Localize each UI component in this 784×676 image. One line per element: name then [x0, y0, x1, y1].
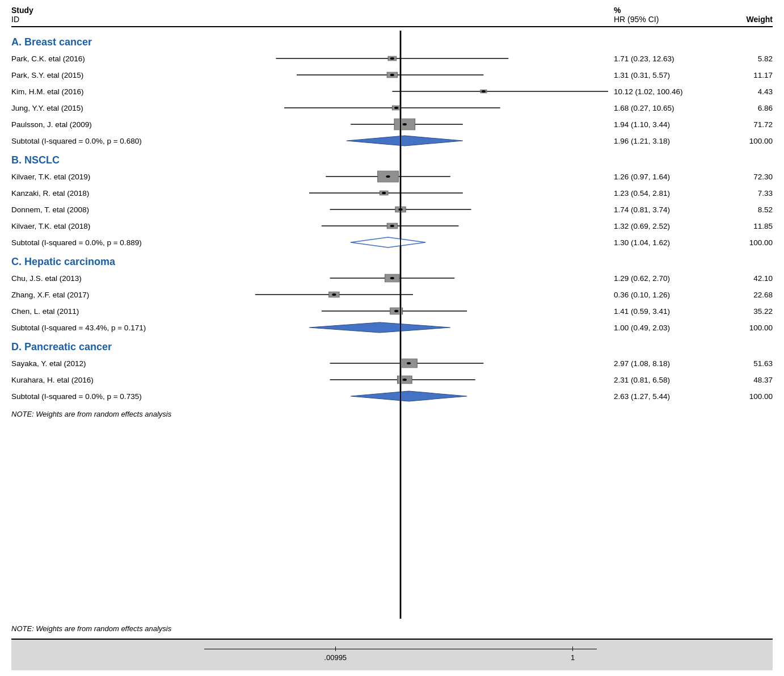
- svg-point-19: [403, 123, 407, 125]
- weight-value: 48.37: [727, 376, 773, 384]
- table-row: Subtotal (I-squared = 43.4%, p = 0.171)1…: [11, 320, 773, 335]
- weight-value: 100.00: [727, 137, 773, 145]
- study-label: Kurahara, H. etal (2016): [11, 376, 193, 384]
- forest-body: A. Breast cancerPark, C.K. etal (2016)1.…: [11, 31, 773, 619]
- hr-value: 2.97 (1.08, 8.18): [608, 359, 727, 368]
- hr-value: 1.96 (1.21, 3.18): [608, 137, 727, 145]
- weight-value: 11.85: [727, 222, 773, 230]
- table-row: Chu, J.S. etal (2013)1.29 (0.62, 2.70)42…: [11, 270, 773, 286]
- table-row: Subtotal (I-squared = 0.0%, p = 0.680)1.…: [11, 133, 773, 149]
- study-label: Zhang, X.F. etal (2017): [11, 291, 193, 299]
- weight-value: 51.63: [727, 359, 773, 368]
- svg-point-3: [390, 57, 394, 60]
- sections-container: A. Breast cancerPark, C.K. etal (2016)1.…: [11, 36, 773, 418]
- table-row: Subtotal (I-squared = 0.0%, p = 0.735)2.…: [11, 388, 773, 404]
- header-pct-label: %: [614, 6, 727, 15]
- forest-cell: [193, 388, 608, 404]
- axis-area: .00995 1 100: [11, 640, 773, 670]
- weight-value: 6.86: [727, 104, 773, 112]
- svg-point-25: [386, 175, 390, 178]
- table-row: Subtotal (I-squared = 0.0%, p = 0.889)1.…: [11, 234, 773, 250]
- svg-marker-39: [351, 237, 425, 247]
- weight-value: 42.10: [727, 274, 773, 283]
- table-row: Kim, H.M. etal (2016)10.12 (1.02, 100.46…: [11, 83, 773, 99]
- study-label: Chen, L. etal (2011): [11, 307, 193, 316]
- table-row: Jung, Y.Y. etal (2015)1.68 (0.27, 10.65)…: [11, 100, 773, 116]
- hr-value: 1.68 (0.27, 10.65): [608, 104, 727, 112]
- forest-cell: [193, 303, 608, 319]
- study-label: Donnem, T. etal (2008): [11, 205, 193, 214]
- hr-value: 1.94 (1.10, 3.44): [608, 120, 727, 129]
- forest-cell: [193, 372, 608, 388]
- svg-point-47: [332, 293, 336, 296]
- forest-cell: [193, 355, 608, 371]
- header-forest-col: [193, 6, 608, 24]
- header-study-col: Study ID: [11, 6, 193, 24]
- svg-point-43: [390, 277, 394, 279]
- forest-cell: [193, 116, 608, 132]
- hr-value: 1.74 (0.81, 3.74): [608, 205, 727, 214]
- hr-value: 1.26 (0.97, 1.64): [608, 173, 727, 181]
- forest-cell: [193, 67, 608, 83]
- study-label: Kilvaer, T.K. etal (2019): [11, 173, 193, 181]
- weight-value: 8.52: [727, 205, 773, 214]
- weight-value: 72.30: [727, 173, 773, 181]
- forest-cell: [193, 133, 608, 149]
- study-label: Park, S.Y. etal (2015): [11, 71, 193, 79]
- hr-value: 1.31 (0.31, 5.57): [608, 71, 727, 79]
- weight-value: 22.68: [727, 291, 773, 299]
- hr-value: 1.41 (0.59, 3.41): [608, 307, 727, 316]
- header-row: Study ID % HR (95% CI) Weight: [11, 6, 773, 27]
- study-label: Jung, Y.Y. etal (2015): [11, 104, 193, 112]
- note-row: NOTE: Weights are from random effects an…: [11, 624, 773, 633]
- svg-point-7: [390, 74, 394, 76]
- forest-cell: [193, 169, 608, 184]
- hr-value: 2.63 (1.27, 5.44): [608, 392, 727, 401]
- hr-value: 1.30 (1.04, 1.62): [608, 238, 727, 247]
- forest-cell: [193, 185, 608, 201]
- axis-line: [204, 649, 597, 649]
- section-title: B. NSCLC: [11, 154, 773, 166]
- study-label: Kim, H.M. etal (2016): [11, 87, 193, 96]
- svg-point-57: [407, 362, 411, 364]
- weight-value: 11.17: [727, 71, 773, 79]
- forest-cell: [193, 201, 608, 217]
- forest-cell: [193, 218, 608, 234]
- svg-marker-53: [309, 322, 450, 333]
- study-label: Paulsson, J. etal (2009): [11, 120, 193, 129]
- header-id-label: ID: [11, 15, 193, 24]
- forest-cell: [193, 234, 608, 250]
- svg-marker-63: [351, 391, 467, 401]
- section-title: D. Pancreatic cancer: [11, 341, 773, 353]
- table-row: Sayaka, Y. etal (2012)2.97 (1.08, 8.18)5…: [11, 355, 773, 371]
- study-label: Kilvaer, T.K. etal (2018): [11, 222, 193, 230]
- hr-value: 2.31 (0.81, 6.58): [608, 376, 727, 384]
- hr-value: 10.12 (1.02, 100.46): [608, 87, 727, 96]
- weight-value: 35.22: [727, 307, 773, 316]
- header-hr-col: % HR (95% CI): [608, 6, 727, 24]
- weight-value: 7.33: [727, 189, 773, 198]
- weight-value: 100.00: [727, 392, 773, 401]
- table-row: Chen, L. etal (2011)1.41 (0.59, 3.41)35.…: [11, 303, 773, 319]
- study-label: Subtotal (I-squared = 0.0%, p = 0.735): [11, 392, 193, 401]
- hr-value: 0.36 (0.10, 1.26): [608, 291, 727, 299]
- svg-point-11: [482, 90, 486, 93]
- hr-value: 1.23 (0.54, 2.81): [608, 189, 727, 198]
- hr-value: 1.00 (0.49, 2.03): [608, 324, 727, 332]
- forest-cell: [193, 83, 608, 99]
- svg-point-51: [394, 310, 398, 312]
- study-label: Chu, J.S. etal (2013): [11, 274, 193, 283]
- study-label: Subtotal (I-squared = 43.4%, p = 0.171): [11, 324, 193, 332]
- hr-value: 1.71 (0.23, 12.63): [608, 54, 727, 63]
- table-row: Park, C.K. etal (2016)1.71 (0.23, 12.63)…: [11, 51, 773, 66]
- main-container: Study ID % HR (95% CI) Weight A. Breast …: [0, 0, 784, 676]
- study-label: Sayaka, Y. etal (2012): [11, 359, 193, 368]
- table-row: Paulsson, J. etal (2009)1.94 (1.10, 3.44…: [11, 116, 773, 132]
- study-label: Subtotal (I-squared = 0.0%, p = 0.889): [11, 238, 193, 247]
- forest-cell: [193, 287, 608, 303]
- hr-value: 1.29 (0.62, 2.70): [608, 274, 727, 283]
- weight-value: 71.72: [727, 120, 773, 129]
- forest-cell: [193, 100, 608, 116]
- table-row: Park, S.Y. etal (2015)1.31 (0.31, 5.57)1…: [11, 67, 773, 83]
- svg-point-15: [394, 107, 398, 109]
